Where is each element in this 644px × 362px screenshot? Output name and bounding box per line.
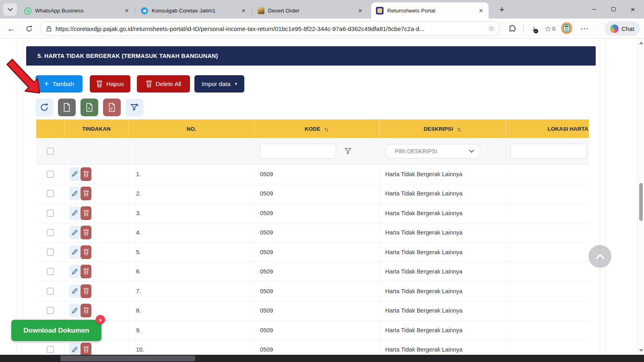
cell-no: 2. [129,184,254,204]
row-checkbox[interactable] [47,190,54,197]
tab-whatsapp[interactable]: WhatsApp Business × [19,3,134,19]
impor-data-button[interactable]: Impor data ▾ [194,75,244,93]
new-tab-button[interactable]: + [496,4,508,15]
delete-button[interactable] [80,265,91,278]
table-row: 2. 0509 Harta Tidak Bergerak Lainnya [36,184,589,204]
header-kode[interactable]: KODE↑↓ [254,119,380,138]
trash-icon [83,229,89,236]
cell-lokasi [506,262,589,282]
cell-kode: 0509 [254,262,380,282]
row-checkbox[interactable] [47,210,54,217]
scrollbar-down-icon[interactable] [639,349,643,352]
trash-icon [83,268,89,275]
tab-desert-order[interactable]: Desert Order × [253,3,368,19]
cell-deskripsi: Harta Tidak Bergerak Lainnya [380,262,506,282]
cell-no: 7. [129,282,254,301]
refresh-button[interactable] [35,99,53,116]
calculator-extension-button[interactable] [561,23,572,34]
funnel-icon[interactable] [344,147,352,155]
horizontal-scrollbar[interactable] [0,355,644,362]
delete-all-button[interactable]: Delete All [137,75,190,93]
delete-button[interactable] [80,206,91,220]
table-row: 1. 0509 Harta Tidak Bergerak Lainnya [36,165,589,184]
delete-button[interactable] [80,167,91,181]
cell-no: 1. [129,165,254,184]
cell-no: 9. [129,321,254,340]
edit-button[interactable] [69,245,80,259]
tab-label: WhatsApp Business [35,8,120,14]
row-checkbox[interactable] [47,288,54,295]
delete-button[interactable] [80,226,91,239]
row-checkbox[interactable] [47,307,54,314]
copilot-chat-button[interactable]: Chat [605,21,640,36]
row-checkbox[interactable] [47,229,54,236]
edit-button[interactable] [69,343,80,355]
vertical-scrollbar-thumb[interactable] [639,183,643,221]
kode-filter-input[interactable] [260,144,336,159]
edit-button[interactable] [69,187,80,200]
cell-kode: 0509 [254,321,380,340]
pencil-icon [71,190,78,197]
tab-close-icon[interactable]: × [123,7,130,14]
export-pdf-button[interactable]: p [103,99,121,116]
edit-button[interactable] [69,226,80,239]
edit-button[interactable] [69,265,80,278]
vertical-scrollbar[interactable] [637,39,644,355]
export-excel-button[interactable]: x [80,99,98,116]
header-deskripsi[interactable]: DESKRIPSI↑↓ [380,119,506,138]
back-button[interactable]: ← [5,22,18,35]
delete-button[interactable] [80,187,91,200]
sort-icon[interactable]: ↑↓ [324,125,329,132]
trash-icon [83,171,89,177]
tab-returnsheets-portal[interactable]: Returnsheets Portal × [371,2,489,19]
header-lokasi-harta[interactable]: LOKASI HARTA↑↓ [506,119,589,138]
tab-label: Konsulgab Coretax Jatim1 [152,8,236,14]
row-checkbox[interactable] [47,249,54,256]
lokasi-filter-input[interactable] [510,144,587,159]
edit-button[interactable] [69,206,80,220]
restore-button[interactable] [604,0,623,19]
deskripsi-filter-dropdown[interactable]: Pilih DESKRIPSI [386,144,480,158]
pencil-icon [71,288,78,294]
horizontal-scrollbar-thumb[interactable] [60,356,195,361]
clear-filter-button[interactable] [126,99,143,116]
delete-button[interactable] [80,304,91,317]
edit-button[interactable] [69,167,80,181]
media-control-button[interactable]: ♪▸ [528,23,539,34]
row-checkbox[interactable] [47,346,54,353]
minimize-button[interactable] [584,0,604,19]
edit-button[interactable] [69,304,80,317]
scroll-to-top-button[interactable] [588,245,611,268]
edit-button[interactable] [69,284,80,298]
tab-search-button[interactable] [3,3,17,16]
bookmark-star-icon[interactable]: ☆ [488,24,495,33]
extensions-button[interactable] [506,23,518,34]
hapus-button[interactable]: Hapus [90,75,130,93]
dismiss-badge[interactable]: x [96,315,105,324]
tab-close-icon[interactable]: × [240,7,247,14]
deskripsi-filter-placeholder: Pilih DESKRIPSI [386,148,470,154]
cell-no: 4. [129,223,254,243]
select-all-checkbox[interactable] [47,148,54,155]
table-header-row: TINDAKAN NO. KODE↑↓ DESKRIPSI↑↓ LOKASI H… [36,119,589,138]
cell-deskripsi: Harta Tidak Bergerak Lainnya [380,282,506,301]
favorites-button[interactable]: ☆ [544,23,555,34]
scrollbar-up-icon[interactable] [639,41,643,44]
tab-telegram[interactable]: Konsulgab Coretax Jatim1 × [136,3,251,19]
more-menu-button[interactable]: ⋯ [579,23,590,34]
row-checkbox[interactable] [47,268,54,275]
close-button[interactable]: × [623,0,642,19]
close-icon: × [630,6,635,13]
row-checkbox[interactable] [47,171,54,178]
delete-button[interactable] [80,343,91,355]
download-dokumen-button[interactable]: Download Dokumen x [11,320,101,341]
reload-button[interactable] [23,22,35,35]
delete-button[interactable] [80,245,91,259]
sort-icon[interactable]: ↑↓ [456,125,461,132]
tab-close-icon[interactable]: × [477,7,485,14]
export-file-button[interactable] [58,99,76,116]
address-bar[interactable]: https://coretaxdjp.pajak.go.id/returnshe… [40,21,500,36]
tab-close-icon[interactable]: × [357,7,364,14]
delete-button[interactable] [80,284,91,298]
reload-icon [25,25,33,33]
